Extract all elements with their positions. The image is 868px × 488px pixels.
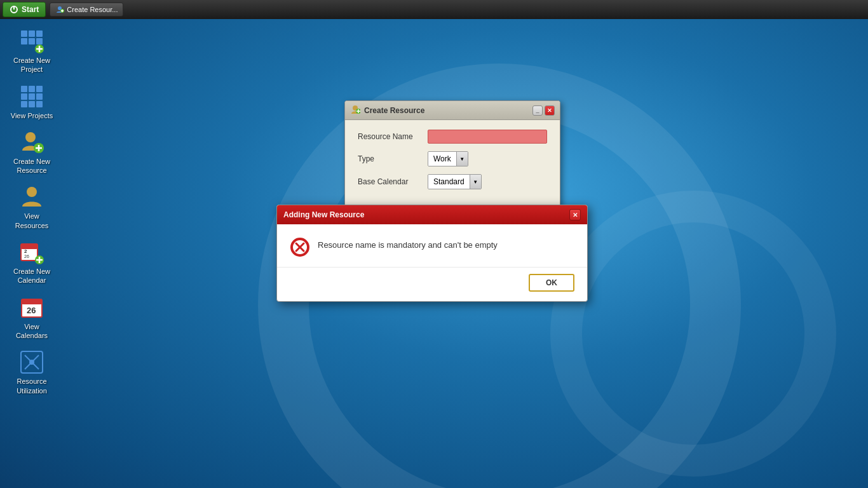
taskbar-app-label: Create Resour... <box>67 6 118 13</box>
create-resource-titlebar: Create Resource _ ✕ <box>345 101 560 120</box>
desktop-icon-create-project[interactable]: Create NewProject <box>6 25 57 78</box>
base-calendar-select-wrapper[interactable]: Standard ▼ <box>428 174 482 189</box>
resource-name-row: Resource Name <box>358 130 547 144</box>
view-projects-icon <box>19 84 44 109</box>
desktop-icon-view-projects[interactable]: View Projects <box>6 81 57 123</box>
create-project-icon <box>19 29 44 54</box>
error-body: Resource name is mandatory and can't be … <box>277 224 587 267</box>
create-resource-label: Create NewResource <box>13 157 50 175</box>
resource-name-input[interactable] <box>428 130 547 144</box>
type-select-text: Work <box>428 152 456 166</box>
create-resource-controls: _ ✕ <box>532 105 555 116</box>
svg-rect-22 <box>29 101 35 107</box>
type-select-wrapper[interactable]: Work ▼ <box>428 151 468 166</box>
start-label: Start <box>22 5 39 14</box>
power-icon <box>10 5 18 14</box>
svg-rect-30 <box>21 244 37 249</box>
svg-text:26: 26 <box>27 306 36 315</box>
svg-point-28 <box>27 187 37 197</box>
type-label: Type <box>358 154 421 163</box>
ok-button[interactable]: OK <box>529 274 574 292</box>
svg-rect-20 <box>36 93 43 100</box>
svg-text:2: 2 <box>24 248 27 254</box>
svg-rect-15 <box>21 86 27 92</box>
start-button[interactable]: Start <box>3 2 46 17</box>
svg-rect-23 <box>36 101 43 107</box>
error-close-button[interactable]: ✕ <box>569 209 581 220</box>
create-project-label: Create NewProject <box>13 56 50 74</box>
create-calendar-icon: 2 26 <box>19 240 44 265</box>
desktop-icon-view-resources[interactable]: ViewResources <box>6 181 57 233</box>
svg-rect-18 <box>21 93 27 100</box>
svg-rect-8 <box>36 30 43 37</box>
create-calendar-label: Create NewCalendar <box>13 267 50 285</box>
create-resource-icon <box>19 130 44 155</box>
taskbar: Start Create Resour... <box>0 0 868 19</box>
svg-rect-16 <box>29 86 35 92</box>
type-select-arrow[interactable]: ▼ <box>456 152 468 166</box>
close-button[interactable]: ✕ <box>545 105 555 116</box>
create-resource-title-text: Create Resource <box>364 106 424 115</box>
resource-utilization-label: ResourceUtilization <box>17 377 47 395</box>
error-footer: OK <box>277 267 587 301</box>
desktop-icons: Create NewProject View Projects <box>6 25 57 398</box>
base-calendar-select-arrow[interactable]: ▼ <box>470 175 481 189</box>
error-title-text: Adding New Resource <box>283 210 364 219</box>
desktop-icon-resource-utilization[interactable]: ResourceUtilization <box>6 346 57 398</box>
minimize-button[interactable]: _ <box>532 105 543 116</box>
view-calendars-label: View Calendars <box>10 322 54 341</box>
desktop-icon-view-calendars[interactable]: 26 View Calendars <box>6 292 57 344</box>
taskbar-app-icon <box>55 5 64 14</box>
svg-rect-17 <box>36 86 43 92</box>
svg-rect-6 <box>21 30 27 37</box>
svg-rect-11 <box>36 38 43 44</box>
error-message: Resource name is mandatory and can't be … <box>318 237 498 250</box>
svg-text:26: 26 <box>24 254 29 259</box>
svg-point-42 <box>29 360 34 365</box>
svg-rect-9 <box>21 38 27 44</box>
create-resource-body: Resource Name Type Work ▼ Base Calendar … <box>345 120 560 207</box>
view-resources-label: ViewResources <box>15 212 49 230</box>
svg-rect-10 <box>29 38 35 44</box>
view-projects-label: View Projects <box>11 111 53 120</box>
create-resource-title-icon <box>350 104 360 116</box>
desktop: Start Create Resour... <box>0 0 868 488</box>
error-icon <box>290 237 310 257</box>
base-calendar-row: Base Calendar Standard ▼ <box>358 174 547 189</box>
base-calendar-select-text: Standard <box>428 175 470 189</box>
create-resource-title-left: Create Resource <box>350 104 424 116</box>
resource-utilization-icon <box>19 349 44 375</box>
error-dialog: Adding New Resource ✕ Resource name is m… <box>276 205 588 302</box>
svg-point-24 <box>25 132 36 142</box>
taskbar-app-create-resource[interactable]: Create Resour... <box>50 3 123 17</box>
svg-rect-19 <box>29 93 35 100</box>
error-titlebar: Adding New Resource ✕ <box>277 205 587 224</box>
view-calendars-icon: 26 <box>19 295 44 320</box>
resource-name-label: Resource Name <box>358 132 421 141</box>
type-row: Type Work ▼ <box>358 151 547 166</box>
desktop-icon-create-calendar[interactable]: 2 26 Create NewCalendar <box>6 236 57 288</box>
svg-rect-7 <box>29 30 35 37</box>
desktop-icon-create-resource[interactable]: Create NewResource <box>6 126 57 179</box>
base-calendar-label: Base Calendar <box>358 177 421 186</box>
svg-rect-37 <box>22 299 42 304</box>
svg-rect-21 <box>21 101 27 107</box>
view-resources-icon <box>19 184 44 210</box>
